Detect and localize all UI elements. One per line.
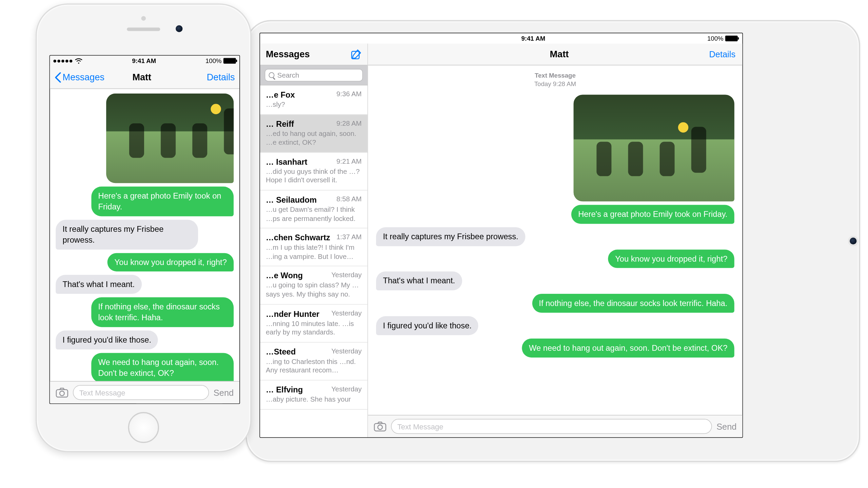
search-icon	[269, 72, 274, 78]
message-placeholder: Text Message	[397, 422, 443, 430]
conversation-time: 1:37 AM	[336, 233, 362, 241]
conversation-title: Matt	[77, 72, 207, 82]
message-row	[376, 95, 734, 201]
compose-icon[interactable]	[350, 48, 362, 60]
wifi-icon	[75, 58, 83, 64]
message-row: Here's a great photo Emily took on Frida…	[376, 205, 734, 224]
conversation-item[interactable]: …SteedYesterday…ing to Charleston this ……	[260, 342, 368, 380]
message-bubble[interactable]: That's what I meant.	[56, 275, 141, 294]
svg-point-4	[60, 391, 64, 396]
message-bubble[interactable]: It really captures my Frisbee prowess.	[56, 220, 198, 249]
message-bubble[interactable]: I figured you'd like those.	[376, 316, 478, 335]
nav-bar: Messages Matt Details	[50, 66, 239, 89]
iphone-device: 9:41 AM 100% Messages Matt Details Here'…	[36, 3, 252, 452]
status-time: 9:41 AM	[83, 57, 205, 64]
conversation-preview: …aby picture. She has your	[266, 395, 362, 404]
battery-percent: 100%	[707, 35, 724, 42]
conversation-item[interactable]: … ElfvingYesterday…aby picture. She has …	[260, 380, 368, 409]
message-row: I figured you'd like those.	[56, 331, 234, 350]
details-button[interactable]: Details	[709, 49, 735, 59]
conversation-main: Matt Details Text Message Today 9:28 AM …	[368, 44, 742, 438]
message-bubble[interactable]: I figured you'd like those.	[56, 331, 158, 350]
message-row: I figured you'd like those.	[376, 316, 734, 335]
search-input[interactable]: Search	[265, 69, 363, 81]
conversation-preview: …ing to Charleston this …nd. Any restaur…	[266, 357, 362, 375]
conversation-item[interactable]: …nder HunterYesterday…nning 10 minutes l…	[260, 304, 368, 342]
conversation-sidebar: Messages Search …e Fox9:36 AM…sly?… Reif…	[260, 44, 368, 438]
message-bubble[interactable]: You know you dropped it, right?	[608, 249, 734, 268]
message-bubble[interactable]: If nothing else, the dinosaur socks look…	[532, 294, 734, 313]
battery-indicator: 100%	[205, 57, 236, 64]
message-thread[interactable]: Here's a great photo Emily took on Frida…	[50, 89, 239, 381]
message-row	[56, 94, 234, 183]
message-row: We need to hang out again, soon. Don't b…	[56, 353, 234, 381]
conversation-item[interactable]: …chen Schwartz1:37 AM…m I up this late?!…	[260, 228, 368, 266]
camera-icon[interactable]	[374, 421, 386, 431]
ipad-screen: 9:41 AM 100% Messages	[259, 33, 743, 438]
message-row: We need to hang out again, soon. Don't b…	[376, 339, 734, 358]
message-bubble[interactable]: You know you dropped it, right?	[107, 253, 234, 272]
sidebar-title: Messages	[266, 49, 350, 59]
message-row: If nothing else, the dinosaur socks look…	[376, 294, 734, 313]
message-row: It really captures my Frisbee prowess.	[376, 227, 734, 246]
conversation-item[interactable]: … Seilaudom8:58 AM…u get Dawn's email? I…	[260, 190, 368, 228]
message-bubble[interactable]: If nothing else, the dinosaur socks look…	[91, 298, 234, 327]
message-row: You know you dropped it, right?	[56, 253, 234, 272]
ipad-status-bar: 9:41 AM 100%	[260, 33, 742, 43]
conversation-time: Yesterday	[331, 347, 362, 355]
photo-message[interactable]	[106, 94, 234, 183]
message-input[interactable]: Text Message	[391, 419, 712, 434]
iphone-speaker	[127, 27, 160, 31]
message-placeholder: Text Message	[79, 388, 125, 397]
message-thread[interactable]: Text Message Today 9:28 AM Here's a grea…	[368, 65, 742, 415]
send-button[interactable]: Send	[716, 422, 736, 431]
conversation-preview: …m I up this late?! I think I'm …ing a v…	[266, 243, 362, 261]
message-bubble[interactable]: Here's a great photo Emily took on Frida…	[571, 205, 734, 224]
conversation-item[interactable]: …e Fox9:36 AM…sly?	[260, 85, 368, 115]
battery-icon	[223, 58, 236, 64]
home-button[interactable]	[128, 412, 159, 443]
conversation-item[interactable]: …e WongYesterday…u going to spin class? …	[260, 266, 368, 304]
send-button[interactable]: Send	[214, 388, 234, 398]
conversation-time: Yesterday	[331, 309, 362, 317]
search-container: Search	[260, 65, 368, 85]
message-row: It really captures my Frisbee prowess.	[56, 220, 234, 249]
message-bubble[interactable]: We need to hang out again, soon. Don't b…	[522, 339, 734, 358]
conversation-preview: …u get Dawn's email? I think …ps are per…	[266, 205, 362, 223]
ipad-camera	[850, 238, 856, 244]
status-time: 9:41 AM	[359, 35, 707, 42]
conversation-title: Matt	[409, 49, 709, 59]
message-bubble[interactable]: It really captures my Frisbee prowess.	[376, 227, 525, 246]
message-row: That's what I meant.	[56, 275, 234, 294]
message-composer: Text Message Send	[50, 381, 239, 403]
search-placeholder: Search	[277, 71, 299, 79]
conversation-preview: …did you guys think of the …? Hope I did…	[266, 167, 362, 185]
details-button[interactable]: Details	[207, 72, 235, 82]
iphone-screen: 9:41 AM 100% Messages Matt Details Here'…	[50, 55, 240, 404]
conversation-time: 9:21 AM	[336, 157, 362, 165]
conversation-preview: …nning 10 minutes late. …is early by my …	[266, 319, 362, 337]
message-composer: Text Message Send	[368, 415, 742, 437]
conversation-preview: …sly?	[266, 100, 362, 109]
photo-message[interactable]	[574, 95, 734, 201]
message-row: That's what I meant.	[376, 272, 734, 291]
conversation-list[interactable]: …e Fox9:36 AM…sly?… Reiff9:28 AM…ed to h…	[260, 85, 368, 437]
iphone-front-camera	[176, 25, 182, 32]
message-bubble[interactable]: That's what I meant.	[376, 272, 462, 291]
conversation-time: 9:28 AM	[336, 119, 362, 127]
conversation-header: Matt Details	[368, 44, 742, 65]
conversation-time: 9:36 AM	[336, 90, 362, 98]
camera-icon[interactable]	[56, 387, 68, 398]
message-row: If nothing else, the dinosaur socks look…	[56, 298, 234, 327]
conversation-item[interactable]: … Isanhart9:21 AM…did you guys think of …	[260, 152, 368, 190]
battery-percent: 100%	[205, 57, 222, 64]
message-bubble[interactable]: Here's a great photo Emily took on Frida…	[91, 186, 234, 216]
conversation-time: 8:58 AM	[336, 195, 362, 203]
iphone-sensor	[141, 16, 146, 21]
message-bubble[interactable]: We need to hang out again, soon. Don't b…	[91, 353, 234, 381]
thread-timestamp: Text Message Today 9:28 AM	[376, 71, 734, 89]
svg-point-2	[378, 425, 382, 430]
chevron-left-icon	[55, 72, 61, 82]
conversation-item[interactable]: … Reiff9:28 AM…ed to hang out again, soo…	[260, 115, 368, 152]
message-input[interactable]: Text Message	[73, 385, 209, 400]
